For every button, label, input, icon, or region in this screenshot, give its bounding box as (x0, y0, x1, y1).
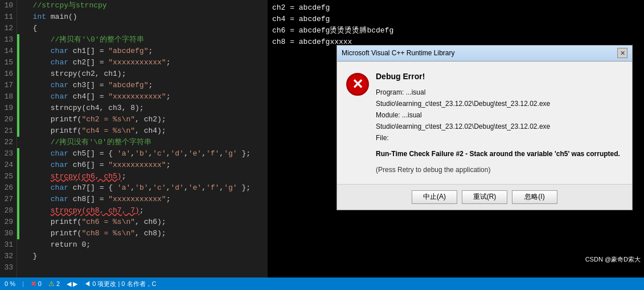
code-line: strncpy(ch8, ch7, 7); (24, 205, 268, 217)
code-segment: return 0; (24, 239, 91, 251)
code-segment: "ch4 = %s\n" (81, 125, 135, 137)
code-segment: , (166, 182, 171, 194)
line-number: 17 (0, 80, 13, 91)
error-icon: ✖ (31, 280, 36, 288)
code-segment: }; (237, 182, 251, 194)
status-separator-1: | (22, 280, 24, 287)
code-segment: , (219, 182, 224, 194)
code-segment: ; (166, 91, 171, 103)
nav-arrows[interactable]: ◀ ▶ (67, 280, 77, 288)
code-segment: , ch2); (135, 114, 166, 125)
code-segment: strcpy(ch6, ch5) (51, 171, 122, 182)
code-segment: ; (140, 205, 144, 217)
warning-count: ⚠ 2 (48, 280, 60, 288)
code-segment: , ch8); (135, 228, 166, 239)
code-line: printf("ch8 = %s\n", ch8); (24, 228, 268, 239)
code-segment: , (130, 148, 135, 160)
code-line: char ch4[] = "xxxxxxxxxxx"; (24, 91, 268, 103)
code-segment: , (202, 148, 206, 160)
code-segment: char (51, 57, 68, 68)
code-segment: "ch6 = %s\n" (81, 217, 135, 228)
code-segment: , (130, 182, 135, 194)
line-number: 23 (0, 148, 13, 160)
code-segment: char (51, 182, 68, 194)
code-segment: , ch4); (135, 125, 166, 137)
code-segment: "ch8 = %s\n" (81, 228, 135, 239)
code-segment: char (51, 91, 68, 103)
ignore-button[interactable]: 忽略(I) (512, 190, 557, 204)
code-segment: ; (166, 160, 171, 171)
line-number: 15 (0, 57, 13, 68)
program-label: Program: ...isual (376, 87, 623, 97)
code-segment: ; (166, 57, 171, 68)
line-number: 18 (0, 91, 13, 103)
retry-button[interactable]: 重试(R) (462, 190, 507, 204)
line-number: 12 (0, 23, 13, 34)
code-segment: ; (122, 171, 126, 182)
code-segment: } (24, 251, 37, 262)
modal-footer: 中止(A) 重试(R) 忽略(I) (337, 184, 632, 210)
code-line: int main() (24, 11, 268, 23)
code-line: char ch7[] = { 'a','b','c','d','e','f','… (24, 182, 268, 194)
code-segment: char (51, 46, 68, 57)
studio-path2: Studio\learning_c\test_23.12.02\Debug\te… (376, 121, 623, 132)
code-segment: 'e' (188, 148, 202, 160)
code-line (24, 262, 268, 273)
line-number: 14 (0, 46, 13, 57)
code-line: char ch8[] = "xxxxxxxxxxx"; (24, 194, 268, 205)
modal-dialog: Microsoft Visual C++ Runtime Library ✕ ✕… (337, 45, 633, 210)
code-segment: 'g' (224, 182, 237, 194)
code-segment: //拷贝没有'\0'的整个字符串 (24, 137, 151, 148)
code-segment: 'd' (171, 148, 184, 160)
code-segment: 'a' (117, 148, 130, 160)
code-segment: ; (148, 46, 153, 57)
watermark: CSDN @豪奇D索大 (582, 254, 644, 265)
code-segment: ch8[] = (68, 194, 108, 205)
code-line: strcpy(ch2, ch1); (24, 68, 268, 80)
code-segment: "abcdefg" (108, 80, 148, 91)
code-segment: 'a' (117, 182, 130, 194)
code-segment: 'd' (171, 182, 184, 194)
code-segment: , (184, 148, 188, 160)
line-number: 33 (0, 262, 13, 273)
line-number: 27 (0, 194, 13, 205)
abort-button[interactable]: 中止(A) (412, 190, 457, 204)
code-segment: ch5[] = { (68, 148, 117, 160)
code-segment (24, 91, 51, 103)
line-number: 31 (0, 239, 13, 251)
code-segment: { (24, 23, 37, 34)
code-segment (24, 171, 51, 182)
code-segment (24, 80, 51, 91)
code-line: printf("ch6 = %s\n", ch6); (24, 217, 268, 228)
line-number: 28 (0, 205, 13, 217)
code-editor: 1011121314151617181920212223242526272829… (0, 0, 268, 277)
code-line: char ch3[] = "abcdefg"; (24, 80, 268, 91)
code-segment: }; (237, 148, 251, 160)
code-line: { (24, 23, 268, 34)
code-line: printf("ch4 = %s\n", ch4); (24, 125, 268, 137)
terminal-line: ch6 = abcdefg烫烫烫烫膊bcdefg (272, 25, 639, 36)
warning-icon: ⚠ (48, 280, 55, 288)
failure-message: Run-Time Check Failure #2 - Stack around… (376, 149, 623, 159)
modal-title: Microsoft Visual C++ Runtime Library (342, 49, 455, 57)
code-segment (24, 205, 51, 217)
code-segment (24, 182, 51, 194)
code-segment: "xxxxxxxxxxx" (108, 194, 166, 205)
line-number: 20 (0, 114, 13, 125)
code-segment: 'b' (135, 182, 148, 194)
code-line: //拷贝没有'\0'的整个字符串 (24, 137, 268, 148)
code-segment: 'b' (135, 148, 148, 160)
modal-close-button[interactable]: ✕ (617, 48, 627, 58)
code-segment: , (184, 182, 188, 194)
code-segment: "abcdefg" (108, 46, 148, 57)
code-segment: //strcpy与strncpy (24, 0, 107, 11)
code-segment: char (51, 160, 68, 171)
code-segment: printf( (24, 217, 81, 228)
code-line: strcpy(ch6, ch5); (24, 171, 268, 182)
module-label: Module: ...isual (376, 110, 623, 120)
code-segment: , (148, 182, 153, 194)
line-number: 25 (0, 171, 13, 182)
code-segment: 'f' (206, 182, 219, 194)
code-segment: int (33, 11, 46, 23)
modal-titlebar: Microsoft Visual C++ Runtime Library ✕ (337, 46, 632, 62)
